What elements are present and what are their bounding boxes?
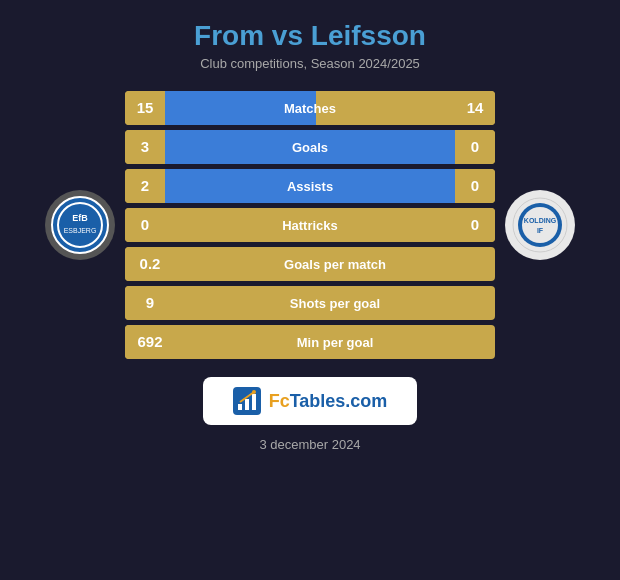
svg-rect-10 xyxy=(245,399,249,410)
stat-row-shots-per-goal: 9 Shots per goal xyxy=(125,286,495,320)
page-wrapper: From vs Leifsson Club competitions, Seas… xyxy=(0,0,620,580)
stat-row-goals: 3 Goals 0 xyxy=(125,130,495,164)
team-logo-left: EfB ESBJERG xyxy=(45,190,115,260)
page-title: From vs Leifsson xyxy=(194,20,426,52)
fctables-text: FcTables.com xyxy=(269,391,388,412)
stat-bar-assists: Assists xyxy=(165,169,455,203)
svg-point-6 xyxy=(522,207,558,243)
svg-point-12 xyxy=(252,390,256,394)
stat-label-hattricks: Hattricks xyxy=(282,218,338,233)
stat-label-assists: Assists xyxy=(287,179,333,194)
stat-right-hattricks: 0 xyxy=(455,208,495,242)
stat-label-min-per-goal: Min per goal xyxy=(175,335,495,350)
stat-bar-matches: Matches xyxy=(165,91,455,125)
logo-right: KOLDING IF xyxy=(495,190,585,260)
svg-text:KOLDING: KOLDING xyxy=(524,217,557,224)
svg-rect-11 xyxy=(252,394,256,410)
team-logo-right: KOLDING IF xyxy=(505,190,575,260)
stat-row-assists: 2 Assists 0 xyxy=(125,169,495,203)
stat-label-shots-per-goal: Shots per goal xyxy=(175,296,495,311)
stat-val-goals-per-match: 0.2 xyxy=(125,247,175,281)
svg-text:IF: IF xyxy=(537,227,544,234)
stat-left-assists: 2 xyxy=(125,169,165,203)
stat-right-assists: 0 xyxy=(455,169,495,203)
stats-column: 15 Matches 14 3 Goals 0 2 xyxy=(125,91,495,359)
stat-left-matches: 15 xyxy=(125,91,165,125)
svg-point-0 xyxy=(52,197,108,253)
stat-row-min-per-goal: 692 Min per goal xyxy=(125,325,495,359)
fctables-icon xyxy=(233,387,261,415)
page-subtitle: Club competitions, Season 2024/2025 xyxy=(200,56,420,71)
stat-row-hattricks: 0 Hattricks 0 xyxy=(125,208,495,242)
logo-left: EfB ESBJERG xyxy=(35,190,125,260)
svg-text:EfB: EfB xyxy=(72,213,88,223)
stat-label-goals-per-match: Goals per match xyxy=(175,257,495,272)
stat-label-goals: Goals xyxy=(292,140,328,155)
stat-bar-goals: Goals xyxy=(165,130,455,164)
stat-left-hattricks: 0 xyxy=(125,208,165,242)
stat-val-shots-per-goal: 9 xyxy=(125,286,175,320)
fctables-banner: FcTables.com xyxy=(203,377,418,425)
svg-text:ESBJERG: ESBJERG xyxy=(64,227,97,234)
stat-val-min-per-goal: 692 xyxy=(125,325,175,359)
stat-left-goals: 3 xyxy=(125,130,165,164)
stat-right-matches: 14 xyxy=(455,91,495,125)
svg-rect-9 xyxy=(238,404,242,410)
main-content: EfB ESBJERG 15 Matches 14 3 G xyxy=(0,91,620,359)
stat-right-goals: 0 xyxy=(455,130,495,164)
date-footer: 3 december 2024 xyxy=(259,437,360,452)
stat-bar-hattricks: Hattricks xyxy=(165,208,455,242)
stat-row-goals-per-match: 0.2 Goals per match xyxy=(125,247,495,281)
stat-row-matches: 15 Matches 14 xyxy=(125,91,495,125)
stat-label-matches: Matches xyxy=(284,101,336,116)
